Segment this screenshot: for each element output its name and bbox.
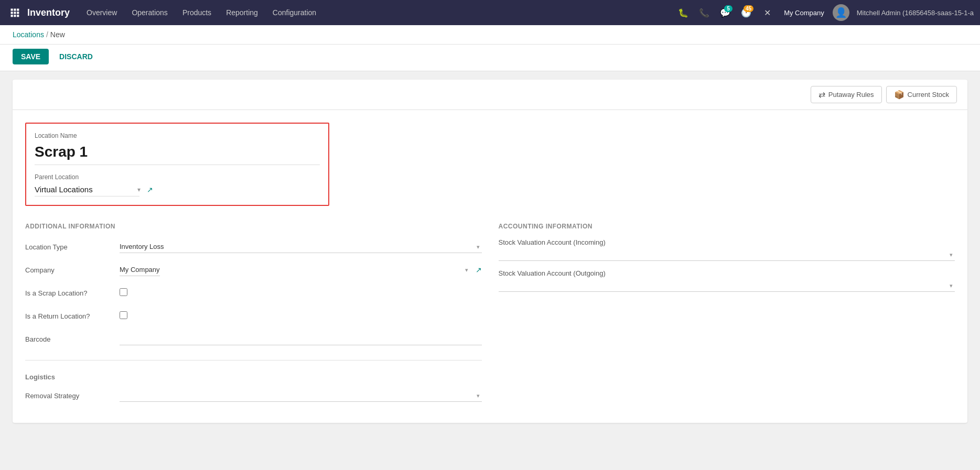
company-select[interactable]: My Company: [120, 264, 160, 276]
action-bar: SAVE DISCARD: [0, 45, 980, 71]
location-type-row: Location Type Inventory Loss: [25, 238, 482, 255]
accounting-info-section: Accounting Information Stock Valuation A…: [499, 223, 955, 410]
company-row: Company My Company ↗: [25, 261, 482, 278]
current-stock-icon: 📦: [894, 90, 904, 100]
main-content: ⇄ Putaway Rules 📦 Current Stock Location…: [0, 71, 980, 470]
location-name-label: Location Name: [35, 132, 320, 139]
chat-icon[interactable]: 💬 5: [717, 4, 734, 21]
user-avatar[interactable]: 👤: [833, 4, 849, 21]
company-value: My Company ↗: [120, 264, 482, 276]
company-select-wrapper: My Company: [120, 264, 470, 276]
is-scrap-checkbox[interactable]: [120, 288, 127, 296]
nav-configuration[interactable]: Configuration: [266, 0, 322, 25]
updates-badge: 45: [744, 5, 753, 12]
parent-location-label: Parent Location: [35, 173, 320, 181]
current-stock-label: Current Stock: [908, 91, 949, 99]
save-button[interactable]: SAVE: [13, 49, 49, 64]
svg-rect-1: [14, 9, 16, 11]
nav-overview[interactable]: Overview: [80, 0, 123, 25]
barcode-value: [120, 333, 482, 345]
additional-info-title: Additional Information: [25, 223, 482, 230]
svg-rect-3: [11, 12, 13, 14]
svg-rect-2: [17, 9, 19, 11]
form-body: Location Name Parent Location Virtual Lo…: [13, 110, 967, 423]
company-external-link-icon[interactable]: ↗: [476, 266, 482, 274]
barcode-row: Barcode: [25, 331, 482, 347]
discard-button[interactable]: DISCARD: [53, 49, 99, 64]
current-stock-button[interactable]: 📦 Current Stock: [886, 86, 957, 103]
svg-rect-6: [11, 15, 13, 17]
parent-location-row: Virtual Locations ▾ ↗: [35, 183, 320, 196]
grid-menu-icon[interactable]: [6, 4, 23, 21]
stock-valuation-incoming-select[interactable]: [499, 248, 955, 261]
card-topbar: ⇄ Putaway Rules 📦 Current Stock: [13, 80, 967, 110]
is-return-row: Is a Return Location?: [25, 308, 482, 324]
phone-icon[interactable]: 📞: [696, 4, 713, 21]
stock-valuation-incoming-label: Stock Valuation Account (Incoming): [499, 238, 955, 246]
is-scrap-row: Is a Scrap Location?: [25, 285, 482, 301]
svg-rect-8: [17, 15, 19, 17]
putaway-rules-label: Putaway Rules: [828, 91, 874, 99]
chat-badge: 5: [724, 5, 733, 12]
stock-valuation-outgoing-field: Stock Valuation Account (Outgoing): [499, 269, 955, 292]
app-brand: Inventory: [27, 7, 70, 18]
parent-location-select-wrapper: Virtual Locations ▾: [35, 183, 141, 196]
close-icon[interactable]: ✕: [759, 4, 776, 21]
removal-strategy-select[interactable]: [120, 389, 482, 402]
form-sections: Additional Information Location Type Inv…: [25, 223, 955, 410]
removal-strategy-row: Removal Strategy: [25, 387, 482, 404]
removal-strategy-value: [120, 389, 482, 402]
bug-icon[interactable]: 🐛: [675, 4, 692, 21]
is-return-label: Is a Return Location?: [25, 312, 120, 320]
putaway-rules-button[interactable]: ⇄ Putaway Rules: [811, 86, 882, 103]
nav-reporting[interactable]: Reporting: [220, 0, 264, 25]
nav-operations[interactable]: Operations: [125, 0, 174, 25]
parent-location-external-link-icon[interactable]: ↗: [147, 185, 153, 194]
putaway-rules-icon: ⇄: [819, 90, 825, 100]
clock-icon[interactable]: 🕐 45: [738, 4, 755, 21]
stock-valuation-incoming-wrapper: [499, 248, 955, 261]
stock-valuation-outgoing-select[interactable]: [499, 279, 955, 292]
svg-rect-0: [11, 9, 13, 11]
svg-rect-7: [14, 15, 16, 17]
company-label: Company: [25, 266, 120, 274]
stock-valuation-incoming-field: Stock Valuation Account (Incoming): [499, 238, 955, 261]
barcode-input[interactable]: [120, 333, 482, 345]
breadcrumb-current: New: [50, 30, 65, 39]
parent-location-arrow-icon: ▾: [137, 186, 141, 193]
is-return-checkbox[interactable]: [120, 311, 127, 319]
company-name: My Company: [784, 9, 824, 17]
location-type-select[interactable]: Inventory Loss: [120, 241, 482, 253]
logistics-title: Logistics: [25, 373, 482, 381]
location-type-label: Location Type: [25, 243, 120, 251]
user-name: Mitchell Admin (16856458-saas-15-1-a: [857, 9, 974, 17]
form-card: ⇄ Putaway Rules 📦 Current Stock Location…: [13, 80, 967, 423]
removal-strategy-label: Removal Strategy: [25, 392, 120, 400]
breadcrumb-parent[interactable]: Locations: [13, 30, 44, 39]
is-scrap-value: [120, 288, 482, 298]
stock-valuation-outgoing-label: Stock Valuation Account (Outgoing): [499, 269, 955, 277]
svg-rect-5: [17, 12, 19, 14]
location-type-value: Inventory Loss: [120, 241, 482, 253]
breadcrumb: Locations / New: [0, 25, 980, 45]
is-return-value: [120, 311, 482, 321]
parent-location-select[interactable]: Virtual Locations: [35, 183, 139, 196]
top-navigation: Inventory Overview Operations Products R…: [0, 0, 980, 25]
is-scrap-label: Is a Scrap Location?: [25, 289, 120, 297]
location-header-box: Location Name Parent Location Virtual Lo…: [25, 123, 329, 206]
accounting-info-title: Accounting Information: [499, 223, 955, 230]
svg-rect-4: [14, 12, 16, 14]
location-name-input[interactable]: [35, 141, 320, 165]
barcode-label: Barcode: [25, 335, 120, 343]
stock-valuation-outgoing-wrapper: [499, 279, 955, 292]
breadcrumb-separator: /: [46, 30, 48, 39]
additional-info-section: Additional Information Location Type Inv…: [25, 223, 482, 410]
nav-products[interactable]: Products: [176, 0, 218, 25]
